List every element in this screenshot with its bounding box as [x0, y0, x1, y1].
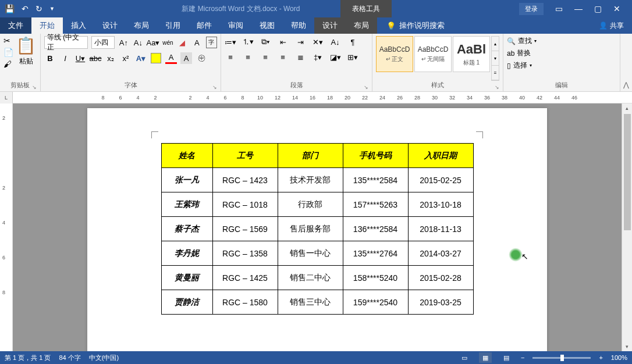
- table-header[interactable]: 入职日期: [408, 144, 473, 168]
- table-cell[interactable]: 销售一中心: [278, 241, 343, 266]
- web-layout-icon[interactable]: ▤: [500, 352, 513, 363]
- table-cell[interactable]: 技术开发部: [278, 168, 343, 192]
- clear-format-icon[interactable]: ◢: [177, 37, 188, 48]
- styles-up-icon[interactable]: ▴: [492, 37, 499, 51]
- select-button[interactable]: ▯选择▾: [507, 60, 537, 70]
- table-header[interactable]: 部门: [278, 144, 343, 168]
- table-header[interactable]: 工号: [212, 144, 278, 168]
- table-cell[interactable]: 行政部: [278, 192, 343, 217]
- table-cell[interactable]: 2019-03-25: [408, 290, 473, 315]
- redo-icon[interactable]: ↻: [35, 4, 42, 13]
- tab-review[interactable]: 审阅: [220, 17, 251, 34]
- tab-table-design[interactable]: 设计: [314, 17, 346, 34]
- share-button[interactable]: 👤 共享: [591, 17, 632, 34]
- minimize-icon[interactable]: —: [574, 4, 583, 13]
- table-cell[interactable]: 135****2764: [343, 241, 408, 266]
- styles-down-icon[interactable]: ▾: [492, 51, 499, 66]
- tab-view[interactable]: 视图: [251, 17, 283, 34]
- underline-button[interactable]: U▾: [74, 52, 86, 64]
- table-row[interactable]: 黄曼丽RGC – 1425销售二中心158****52402015-02-28: [161, 266, 473, 290]
- table-cell[interactable]: RGC – 1425: [212, 266, 278, 290]
- borders-icon[interactable]: ⊞▾: [347, 51, 358, 63]
- table-cell[interactable]: 李丹妮: [161, 241, 212, 266]
- tab-file[interactable]: 文件: [0, 17, 31, 34]
- table-cell[interactable]: RGC – 1018: [212, 192, 278, 217]
- change-case-icon[interactable]: Aa▾: [147, 37, 159, 48]
- table-cell[interactable]: 2013-10-18: [408, 192, 473, 217]
- paragraph-launcher-icon[interactable]: ↘: [364, 84, 368, 90]
- sort-icon[interactable]: A↓: [329, 36, 341, 48]
- table-cell[interactable]: 售后服务部: [278, 217, 343, 241]
- vertical-ruler[interactable]: 22468: [0, 104, 13, 351]
- table-cell[interactable]: 销售三中心: [278, 290, 343, 315]
- scroll-up-icon[interactable]: ▴: [622, 104, 632, 113]
- table-row[interactable]: 蔡子杰RGC – 1569售后服务部136****25842018-11-13: [161, 217, 473, 241]
- table-cell[interactable]: 158****5240: [343, 266, 408, 290]
- vertical-scrollbar[interactable]: ▴ ▾: [622, 104, 632, 351]
- font-color-icon[interactable]: A: [165, 52, 177, 64]
- italic-button[interactable]: I: [59, 52, 71, 64]
- save-icon[interactable]: 💾: [5, 4, 15, 13]
- font-size-combo[interactable]: 小四: [91, 36, 115, 49]
- table-header[interactable]: 姓名: [161, 144, 212, 168]
- table-row[interactable]: 张一凡RGC – 1423技术开发部135****25842015-02-25: [161, 168, 473, 192]
- print-layout-icon[interactable]: ▦: [479, 352, 492, 363]
- format-painter-icon[interactable]: 🖌: [3, 59, 13, 69]
- enclose-circle-icon[interactable]: ㊥: [196, 52, 207, 64]
- copy-icon[interactable]: 📄: [3, 48, 13, 57]
- tab-mailings[interactable]: 邮件: [189, 17, 220, 34]
- table-cell[interactable]: RGC – 1580: [212, 290, 278, 315]
- table-cell[interactable]: 2014-03-27: [408, 241, 473, 266]
- style-no-spacing[interactable]: AaBbCcD ↵ 无间隔: [414, 36, 452, 72]
- align-distribute-icon[interactable]: ≣: [294, 51, 306, 63]
- styles-more-icon[interactable]: ≡: [492, 66, 499, 80]
- table-cell[interactable]: 2015-02-28: [408, 266, 473, 290]
- read-mode-icon[interactable]: ▭: [458, 352, 471, 363]
- collapse-ribbon-icon[interactable]: ⋀: [620, 34, 632, 91]
- align-justify-icon[interactable]: ≡: [277, 51, 289, 63]
- document-canvas[interactable]: 姓名工号部门手机号码入职日期 张一凡RGC – 1423技术开发部135****…: [13, 104, 622, 351]
- table-cell[interactable]: 135****2584: [343, 168, 408, 192]
- tab-layout[interactable]: 布局: [126, 17, 157, 34]
- zoom-slider-thumb[interactable]: [560, 355, 564, 361]
- superscript-button[interactable]: x²: [120, 52, 132, 64]
- subscript-button[interactable]: x₂: [105, 52, 116, 64]
- font-launcher-icon[interactable]: ↘: [212, 84, 217, 90]
- table-cell[interactable]: 贾静洁: [161, 290, 212, 315]
- zoom-level[interactable]: 100%: [611, 354, 627, 361]
- grow-font-icon[interactable]: A↑: [118, 37, 129, 48]
- horizontal-ruler[interactable]: 8642246810121416182022242628303234363840…: [13, 92, 632, 104]
- font-name-combo[interactable]: 等线 (中文正: [44, 36, 88, 49]
- tell-me-search[interactable]: 💡 操作说明搜索: [377, 17, 445, 34]
- find-button[interactable]: 🔍查找▾: [507, 36, 537, 46]
- zoom-out-icon[interactable]: −: [521, 354, 524, 361]
- data-table[interactable]: 姓名工号部门手机号码入职日期 张一凡RGC – 1423技术开发部135****…: [161, 143, 474, 315]
- close-icon[interactable]: ✕: [613, 4, 620, 13]
- zoom-in-icon[interactable]: +: [599, 354, 602, 361]
- table-row[interactable]: 李丹妮RGC – 1358销售一中心135****27642014-03-27: [161, 241, 473, 266]
- table-cell[interactable]: 蔡子杰: [161, 217, 212, 241]
- line-spacing-icon[interactable]: ‡▾: [312, 51, 324, 63]
- table-cell[interactable]: 王紫玮: [161, 192, 212, 217]
- show-marks-icon[interactable]: ¶: [347, 36, 358, 48]
- undo-icon[interactable]: ↶: [22, 4, 29, 13]
- table-cell[interactable]: 销售二中心: [278, 266, 343, 290]
- replace-button[interactable]: ab替换: [507, 48, 537, 58]
- ribbon-options-icon[interactable]: ▭: [555, 4, 563, 13]
- highlight-icon[interactable]: [150, 52, 162, 64]
- qat-more-icon[interactable]: ▼: [49, 6, 55, 12]
- table-header[interactable]: 手机号码: [343, 144, 408, 168]
- word-count[interactable]: 84 个字: [59, 354, 80, 362]
- align-right-icon[interactable]: ≡: [260, 51, 271, 63]
- char-shading-icon[interactable]: A: [180, 52, 192, 64]
- table-cell[interactable]: 159****2540: [343, 290, 408, 315]
- numbering-icon[interactable]: ⒈▾: [242, 36, 254, 48]
- table-row[interactable]: 王紫玮RGC – 1018行政部157****52632013-10-18: [161, 192, 473, 217]
- language-indicator[interactable]: 中文(中国): [89, 354, 119, 362]
- table-cell[interactable]: 2018-11-13: [408, 217, 473, 241]
- shrink-font-icon[interactable]: A↓: [133, 37, 144, 48]
- tab-help[interactable]: 帮助: [283, 17, 314, 34]
- char-border-icon[interactable]: A: [191, 37, 203, 48]
- phonetic-guide-icon[interactable]: wén: [162, 37, 173, 48]
- page-indicator[interactable]: 第 1 页，共 1 页: [5, 354, 51, 362]
